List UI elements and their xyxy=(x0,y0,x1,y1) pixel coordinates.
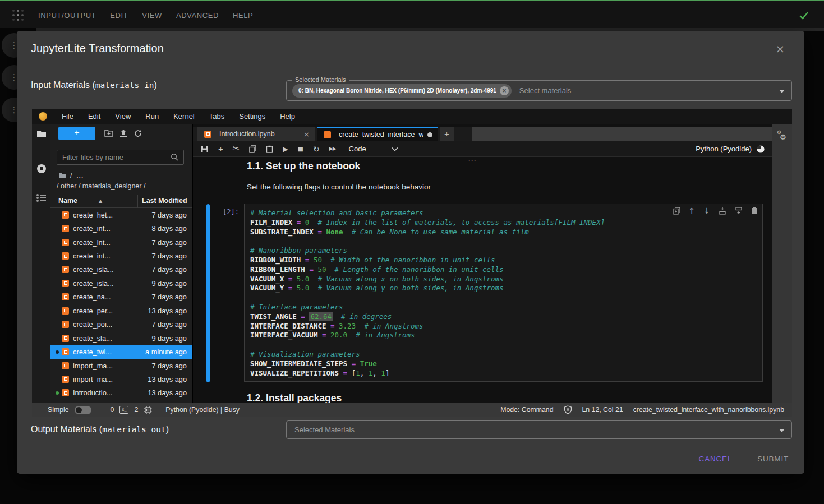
file-browser-tab-icon[interactable] xyxy=(36,128,47,140)
move-cell-up-icon[interactable]: ↑ xyxy=(689,207,696,215)
refresh-icon[interactable] xyxy=(134,129,142,138)
cell-type-chevron-icon[interactable] xyxy=(392,147,398,151)
jmenu-settings[interactable]: Settings xyxy=(239,112,265,121)
file-dot-placeholder xyxy=(54,281,60,285)
active-cell-indicator[interactable] xyxy=(206,204,210,382)
terminals-count[interactable]: 0 xyxy=(111,406,114,414)
notebook-content[interactable]: ⋯ 1.1. Set up the notebook Set the follo… xyxy=(193,157,792,403)
file-row[interactable]: create_poi...7 days ago xyxy=(50,318,192,331)
cancel-button[interactable]: CANCEL xyxy=(699,455,733,463)
run-all-icon[interactable]: ▶▶ xyxy=(329,146,336,151)
file-row[interactable]: create_isla...7 days ago xyxy=(50,263,192,276)
file-row[interactable]: Introductio...13 days ago xyxy=(50,386,192,400)
markdown-heading[interactable]: 1.1. Set up the notebook xyxy=(247,160,360,172)
jupyter-status-bar: Simple 0 $_ 2 Python (Pyodide) | Busy Mo… xyxy=(32,403,792,417)
submit-button[interactable]: SUBMIT xyxy=(757,455,789,463)
input-materials-select[interactable]: Selected Materials 0: BN, Hexagonal Boro… xyxy=(286,80,792,101)
file-name: create_isla... xyxy=(73,279,114,288)
kernel-name[interactable]: Python (Pyodide) xyxy=(696,145,752,153)
file-row[interactable]: create_per...13 days ago xyxy=(50,304,192,317)
menu-edit[interactable]: EDIT xyxy=(110,11,128,20)
markdown-paragraph[interactable]: Set the following flags to control the n… xyxy=(247,183,431,191)
insert-cell-above-icon[interactable] xyxy=(719,207,726,215)
save-icon[interactable] xyxy=(201,145,209,153)
table-of-contents-icon[interactable] xyxy=(36,192,47,204)
delete-cell-icon[interactable] xyxy=(751,207,758,215)
move-cell-down-icon[interactable]: ↓ xyxy=(703,207,710,215)
chip-delete-icon[interactable]: × xyxy=(500,86,509,95)
notebook-icon xyxy=(62,321,69,328)
output-materials-select[interactable]: Selected Materials xyxy=(286,420,792,439)
jmenu-help[interactable]: Help xyxy=(280,112,295,121)
code-line: # Visualization parameters xyxy=(250,350,757,359)
tab-introduction[interactable]: Introduction.ipynb × xyxy=(197,127,315,141)
cut-cells-icon[interactable]: ✂ xyxy=(233,145,240,153)
file-row[interactable]: create_twi...a minute ago xyxy=(50,345,192,358)
file-row[interactable]: create_na...7 days ago xyxy=(50,290,192,304)
jmenu-edit[interactable]: Edit xyxy=(88,112,100,121)
jmenu-run[interactable]: Run xyxy=(145,112,159,121)
app-logo-icon[interactable] xyxy=(11,8,25,22)
cell-type-select[interactable]: Code xyxy=(349,145,366,153)
jmenu-tabs[interactable]: Tabs xyxy=(209,112,224,121)
tab-create-twisted-interface[interactable]: create_twisted_interface_w xyxy=(317,127,438,141)
trust-shield-icon[interactable] xyxy=(564,405,572,414)
copy-cells-icon[interactable] xyxy=(249,145,256,153)
restart-kernel-icon[interactable]: ↻ xyxy=(313,145,320,153)
insert-cell-below-icon[interactable] xyxy=(735,207,743,215)
file-row[interactable]: create_int...7 days ago xyxy=(50,235,192,249)
file-row[interactable]: create_sla...9 days ago xyxy=(50,331,192,345)
breadcrumb[interactable]: / … xyxy=(58,171,84,179)
file-row[interactable]: create_isla...9 days ago xyxy=(50,276,192,290)
upload-icon[interactable] xyxy=(119,129,128,138)
next-section-heading[interactable]: 1.2. Install packages xyxy=(247,392,342,403)
file-dot-placeholder xyxy=(54,213,60,216)
simple-mode-toggle[interactable] xyxy=(75,406,91,414)
running-kernels-icon[interactable] xyxy=(36,163,47,174)
file-row[interactable]: import_ma...7 days ago xyxy=(50,359,192,372)
menu-view[interactable]: VIEW xyxy=(142,11,162,20)
tab-bar: Introduction.ipynb × create_twisted_inte… xyxy=(193,127,792,141)
kernel-status-text[interactable]: Python (Pyodide) | Busy xyxy=(165,406,240,414)
code-cell[interactable]: # Material selection and basic parameter… xyxy=(244,204,763,382)
chevron-down-icon[interactable] xyxy=(779,90,785,93)
file-row[interactable]: create_int...7 days ago xyxy=(50,249,192,262)
breadcrumb-path[interactable]: / other / materials_designer / xyxy=(57,182,145,190)
check-icon[interactable] xyxy=(797,8,811,22)
mode-indicator[interactable]: Mode: Command xyxy=(500,406,553,414)
home-folder-icon[interactable] xyxy=(58,172,66,179)
menu-advanced[interactable]: ADVANCED xyxy=(176,11,219,20)
breadcrumb-ellipsis[interactable]: … xyxy=(76,171,84,179)
tab-close-icon[interactable]: × xyxy=(303,130,310,138)
new-folder-icon[interactable] xyxy=(104,129,113,138)
terminal-icon[interactable]: $_ xyxy=(119,406,128,414)
notebook-icon xyxy=(62,293,69,300)
close-icon[interactable]: × xyxy=(773,41,788,56)
filter-files-input[interactable]: Filter files by name xyxy=(57,150,184,165)
run-cell-icon[interactable]: ▶ xyxy=(283,146,288,152)
file-row[interactable]: import_ma...13 days ago xyxy=(50,372,192,386)
kernels-count[interactable]: 2 xyxy=(134,406,138,414)
new-tab-button[interactable]: + xyxy=(440,127,454,141)
file-row[interactable]: create_int...8 days ago xyxy=(50,221,192,235)
jmenu-view[interactable]: View xyxy=(115,112,131,121)
material-chip[interactable]: 0: BN, Hexagonal Boron Nitride, HEX (P6/… xyxy=(292,84,512,98)
jmenu-file[interactable]: File xyxy=(62,112,73,121)
kernel-chip-icon[interactable] xyxy=(144,406,152,414)
menu-input-output[interactable]: INPUT/OUTPUT xyxy=(38,11,96,20)
menu-help[interactable]: HELP xyxy=(233,11,253,20)
sort-ascending-icon[interactable]: ▲ xyxy=(99,198,102,204)
insert-cell-icon[interactable]: + xyxy=(218,145,223,153)
duplicate-cell-icon[interactable] xyxy=(673,207,680,215)
file-name: create_sla... xyxy=(73,334,112,343)
paste-cells-icon[interactable] xyxy=(266,145,273,153)
new-launcher-button[interactable]: + xyxy=(58,127,95,140)
column-name[interactable]: Name xyxy=(58,197,77,205)
file-modified: 7 days ago xyxy=(151,238,192,247)
jmenu-kernel[interactable]: Kernel xyxy=(173,112,195,121)
chevron-down-icon[interactable] xyxy=(779,429,785,432)
stop-kernel-icon[interactable]: ■ xyxy=(298,146,303,152)
cursor-position[interactable]: Ln 12, Col 21 xyxy=(582,406,623,414)
column-last-modified[interactable]: Last Modified xyxy=(142,197,187,205)
file-row[interactable]: create_het...7 days ago xyxy=(50,208,192,221)
